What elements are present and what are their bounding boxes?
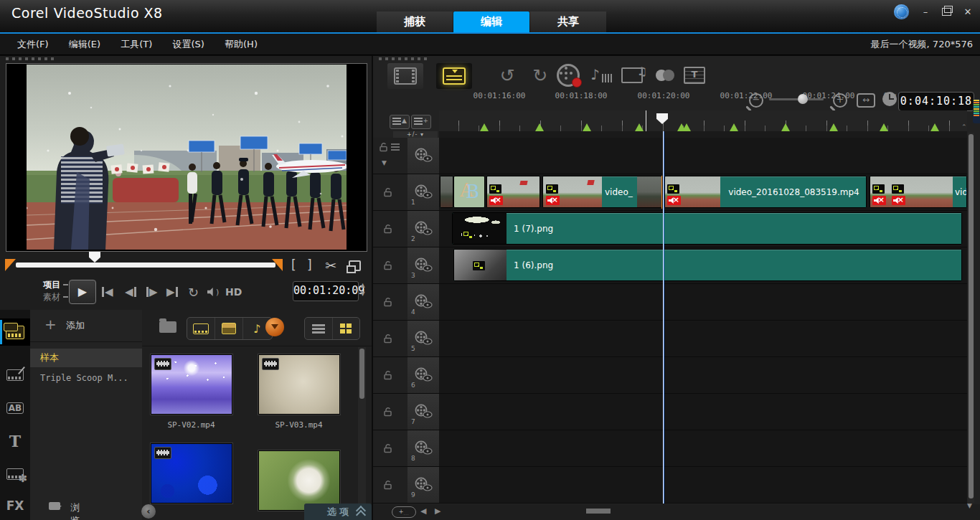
overlay-track-8-body[interactable] xyxy=(439,430,967,467)
sidebar-item-media[interactable] xyxy=(0,318,30,346)
mode-clip-label[interactable]: 素材 xyxy=(43,291,68,303)
lock-icon[interactable] xyxy=(379,142,389,152)
scrubber-track[interactable] xyxy=(16,263,275,268)
chapter-marker-icon[interactable] xyxy=(730,123,738,131)
lock-icon[interactable] xyxy=(383,297,393,307)
add-track-button[interactable]: + xyxy=(411,115,431,129)
video-track-header[interactable] xyxy=(407,138,440,174)
mark-in-button[interactable]: [ xyxy=(291,257,296,272)
overlay-track-3-header[interactable]: 3 xyxy=(407,247,440,284)
track-overview-widget[interactable] xyxy=(973,99,980,123)
zoom-in-button[interactable]: + xyxy=(833,93,847,108)
add-remove-marker-button[interactable]: +/- ▾ xyxy=(393,131,438,138)
chapter-marker-bar[interactable] xyxy=(439,131,967,138)
lock-icon[interactable] xyxy=(383,480,393,490)
scroll-right-button[interactable]: ▶ xyxy=(435,506,440,516)
menu-help[interactable]: 帮助(H) xyxy=(225,34,258,55)
clip-crowd-sliver[interactable] xyxy=(440,176,453,208)
timeline-view-button[interactable] xyxy=(436,63,472,89)
go-to-end-button[interactable]: ▶ xyxy=(166,284,178,300)
tab-capture[interactable]: 捕获 xyxy=(377,11,453,32)
sound-mixer-button[interactable]: ♪ xyxy=(587,62,616,89)
sidebar-item-instant-project[interactable] xyxy=(0,361,30,389)
overlay-track-6-body[interactable] xyxy=(439,357,967,394)
clip-1-6-png[interactable]: 1 (6).png xyxy=(453,249,962,281)
gallery-scrollbar[interactable] xyxy=(358,347,366,518)
repeat-button[interactable]: ↻ xyxy=(188,284,199,300)
options-button[interactable]: 选 项 xyxy=(304,504,372,520)
fit-project-button[interactable]: ↔ xyxy=(857,93,875,108)
timeline-vertical-scrollbar[interactable] xyxy=(968,133,974,503)
timeline-playhead-line[interactable] xyxy=(663,131,664,504)
previous-frame-button[interactable]: ◀ xyxy=(125,284,136,300)
clip-1-7-png[interactable]: 1 (7).png xyxy=(452,212,962,245)
duration-button[interactable] xyxy=(882,92,897,106)
chapter-marker-icon[interactable] xyxy=(682,123,691,131)
sidebar-item-title[interactable]: T xyxy=(0,427,30,455)
timeline-zoom-slider[interactable] xyxy=(769,98,824,100)
chapter-marker-icon[interactable] xyxy=(635,123,644,131)
sidebar-item-transition[interactable]: AB xyxy=(0,394,30,422)
lock-icon[interactable] xyxy=(383,334,393,344)
trim-end-handle[interactable] xyxy=(272,259,283,271)
mark-out-button[interactable]: ] xyxy=(307,257,312,272)
ruler-units-button[interactable]: +﹍ xyxy=(392,506,416,518)
hd-preview-button[interactable]: HD xyxy=(225,284,242,300)
overlay-track-5-body[interactable] xyxy=(439,321,967,357)
overlay-track-7-header[interactable]: 7 xyxy=(407,394,440,430)
go-to-start-button[interactable]: ◀ xyxy=(102,284,113,300)
lock-icon[interactable] xyxy=(383,370,393,380)
filter-photos-button[interactable] xyxy=(215,318,243,339)
enlarge-preview-button[interactable] xyxy=(349,257,361,268)
volume-button[interactable]: ) xyxy=(207,284,219,300)
lock-icon[interactable] xyxy=(383,187,393,197)
filter-videos-button[interactable] xyxy=(187,318,215,339)
clip-video-right[interactable]: vid xyxy=(870,176,967,208)
record-capture-button[interactable] xyxy=(554,62,583,89)
chapter-marker-icon[interactable] xyxy=(535,123,544,131)
clip-video-20161028[interactable]: video_20161028_083519.mp4 xyxy=(664,176,867,208)
trim-start-handle[interactable] xyxy=(5,259,16,271)
overlay-track-8-header[interactable]: 8 xyxy=(407,430,440,467)
mode-project-label[interactable]: 项目 xyxy=(43,279,68,291)
subtitle-editor-button[interactable]: T xyxy=(680,62,709,89)
collapse-overview-icon[interactable]: ⌃ xyxy=(961,123,967,131)
overlay-track-4-header[interactable]: 4 xyxy=(407,284,440,321)
thumbnail-dandelion-photo[interactable] xyxy=(258,450,340,511)
lock-icon[interactable] xyxy=(383,224,393,234)
zoom-out-button[interactable]: − xyxy=(749,93,763,108)
chapter-marker-icon[interactable] xyxy=(480,123,489,131)
clip-video-3[interactable] xyxy=(486,176,540,208)
sidebar-item-graphic[interactable]: ✽ xyxy=(0,460,30,488)
redo-button[interactable]: ↻ xyxy=(526,62,555,89)
panel-drag-handle[interactable] xyxy=(6,57,57,60)
track-transition-button[interactable] xyxy=(647,62,676,89)
grid-view-button[interactable] xyxy=(333,318,360,339)
chapter-marker-icon[interactable] xyxy=(583,123,591,131)
restore-button[interactable] xyxy=(942,8,951,16)
overlay-track-9-header[interactable]: 9 xyxy=(407,467,440,504)
horizontal-scrollbar-thumb[interactable] xyxy=(586,509,611,514)
tab-share[interactable]: 共享 xyxy=(530,11,606,32)
scrubber-playhead[interactable] xyxy=(89,252,100,263)
video-preview[interactable] xyxy=(6,63,367,252)
close-button[interactable]: ✕ xyxy=(961,5,974,19)
overlay-track-6-header[interactable]: 6 xyxy=(407,357,440,394)
chapter-marker-icon[interactable] xyxy=(781,123,790,131)
menu-file[interactable]: 文件(F) xyxy=(17,34,49,55)
overlay-track-4-body[interactable] xyxy=(439,284,967,321)
menu-tools[interactable]: 工具(T) xyxy=(121,34,152,55)
chapter-marker-icon[interactable] xyxy=(930,123,939,131)
scroll-left-button[interactable]: ◀ xyxy=(420,506,426,516)
add-category-row[interactable]: + 添加 xyxy=(30,310,142,342)
scroll-down-icon[interactable]: ▼ xyxy=(967,502,972,509)
zoom-slider-handle[interactable] xyxy=(798,94,808,104)
collapse-left-button[interactable]: ‹ xyxy=(141,504,156,519)
timecode-spinner[interactable]: ▲▼ xyxy=(359,281,367,300)
track-manager-button[interactable]: ▲ xyxy=(390,115,410,129)
storyboard-view-button[interactable] xyxy=(387,63,423,89)
video-track-body[interactable] xyxy=(439,138,967,174)
clip-video-4[interactable]: video_ xyxy=(542,176,662,208)
auto-music-button[interactable] xyxy=(618,62,646,89)
thumbnail-sp-v03[interactable] xyxy=(258,354,340,415)
